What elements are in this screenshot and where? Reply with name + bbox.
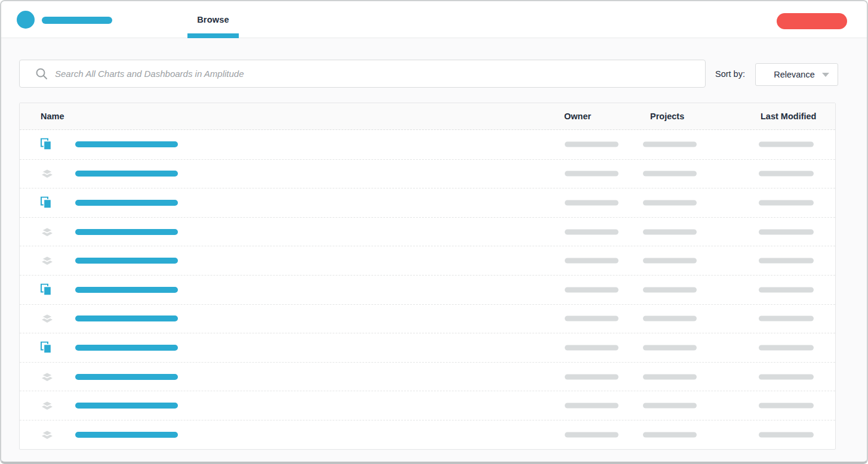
- owner-placeholder-bar: [565, 374, 618, 379]
- app-window: Browse Sort by: Relevance Name Owner Pro…: [0, 0, 868, 464]
- layers-icon: [41, 227, 54, 237]
- last-modified-placeholder-bar: [759, 287, 814, 292]
- layers-icon: [41, 314, 54, 324]
- name-placeholder-bar: [75, 229, 178, 235]
- projects-placeholder-bar: [643, 171, 697, 177]
- table-row[interactable]: [20, 420, 835, 449]
- owner-placeholder-bar: [565, 287, 618, 292]
- table-row[interactable]: [20, 333, 835, 362]
- table-row[interactable]: [20, 217, 835, 246]
- projects-placeholder-bar: [643, 258, 697, 264]
- table-row[interactable]: [20, 159, 835, 188]
- last-modified-placeholder-bar: [759, 316, 814, 321]
- table-body: [20, 130, 835, 449]
- projects-placeholder-bar: [643, 287, 697, 292]
- last-modified-placeholder-bar: [759, 345, 814, 350]
- top-nav-bar: Browse: [1, 1, 867, 38]
- column-header-last-modified: Last Modified: [761, 103, 816, 130]
- projects-placeholder-bar: [643, 200, 697, 205]
- projects-placeholder-bar: [643, 403, 697, 409]
- search-icon: [35, 67, 48, 80]
- table-row[interactable]: [20, 275, 835, 304]
- last-modified-placeholder-bar: [759, 374, 814, 379]
- last-modified-placeholder-bar: [759, 258, 814, 264]
- layers-icon: [41, 372, 54, 382]
- name-placeholder-bar: [75, 315, 178, 321]
- last-modified-placeholder-bar: [759, 142, 814, 147]
- name-placeholder-bar: [75, 374, 178, 380]
- owner-placeholder-bar: [565, 229, 618, 234]
- sort-dropdown-value: Relevance: [767, 70, 822, 79]
- owner-placeholder-bar: [565, 432, 618, 437]
- name-placeholder-bar: [75, 141, 178, 147]
- layers-icon: [41, 401, 54, 411]
- name-placeholder-bar: [75, 432, 178, 438]
- name-placeholder-bar: [75, 287, 178, 293]
- owner-placeholder-bar: [565, 171, 618, 177]
- name-placeholder-bar: [75, 171, 178, 177]
- owner-placeholder-bar: [565, 200, 618, 205]
- owner-placeholder-bar: [565, 142, 618, 147]
- table-row[interactable]: [20, 130, 835, 159]
- table-row[interactable]: [20, 246, 835, 275]
- active-tab-indicator: [187, 33, 239, 38]
- table-row[interactable]: [20, 188, 835, 217]
- copy-icon: [41, 341, 52, 354]
- owner-placeholder-bar: [565, 403, 618, 409]
- chevron-down-icon: [822, 73, 829, 77]
- last-modified-placeholder-bar: [759, 403, 814, 409]
- cta-button-placeholder[interactable]: [777, 13, 847, 29]
- search-input[interactable]: [55, 60, 705, 87]
- table-row[interactable]: [20, 391, 835, 420]
- copy-icon: [41, 196, 52, 209]
- sort-by-label: Sort by:: [715, 69, 745, 79]
- copy-icon: [41, 283, 52, 296]
- name-placeholder-bar: [75, 403, 178, 409]
- results-table: Name Owner Projects Last Modified: [19, 103, 836, 450]
- name-placeholder-bar: [75, 258, 178, 264]
- projects-placeholder-bar: [643, 142, 697, 147]
- tab-browse-label: Browse: [197, 15, 229, 24]
- table-row[interactable]: [20, 304, 835, 333]
- layers-icon: [41, 169, 54, 179]
- column-header-name: Name: [41, 103, 64, 130]
- owner-placeholder-bar: [565, 316, 618, 321]
- tab-browse[interactable]: Browse: [187, 1, 239, 38]
- projects-placeholder-bar: [643, 229, 697, 234]
- projects-placeholder-bar: [643, 432, 697, 437]
- layers-icon: [41, 256, 54, 266]
- search-bar[interactable]: [19, 60, 706, 88]
- table-header-row: Name Owner Projects Last Modified: [20, 103, 835, 130]
- layers-icon: [41, 429, 54, 440]
- projects-placeholder-bar: [643, 345, 697, 350]
- projects-placeholder-bar: [643, 316, 697, 321]
- last-modified-placeholder-bar: [759, 432, 814, 437]
- logo-placeholder: [42, 17, 112, 24]
- copy-icon: [41, 138, 52, 151]
- last-modified-placeholder-bar: [759, 229, 814, 234]
- last-modified-placeholder-bar: [759, 171, 814, 177]
- owner-placeholder-bar: [565, 258, 618, 264]
- column-header-owner: Owner: [564, 103, 591, 130]
- avatar[interactable]: [17, 11, 35, 29]
- table-row[interactable]: [20, 362, 835, 391]
- last-modified-placeholder-bar: [759, 200, 814, 205]
- projects-placeholder-bar: [643, 374, 697, 379]
- sort-dropdown[interactable]: Relevance: [755, 63, 838, 86]
- name-placeholder-bar: [75, 345, 178, 351]
- name-placeholder-bar: [75, 200, 178, 206]
- column-header-projects: Projects: [650, 103, 684, 130]
- owner-placeholder-bar: [565, 345, 618, 350]
